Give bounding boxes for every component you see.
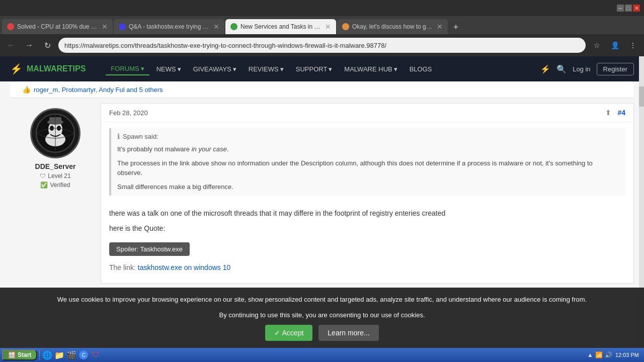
- taskbar-ie-icon[interactable]: 🌐: [42, 349, 53, 360]
- tab-1-label: Solved - CPU at 100% due to multip...: [17, 23, 99, 30]
- menu-button[interactable]: ⋮: [626, 38, 640, 52]
- back-button[interactable]: ←: [4, 38, 18, 52]
- taskbar-chrome-icon[interactable]: C: [78, 349, 89, 360]
- refresh-button[interactable]: ↻: [40, 38, 54, 52]
- notification-icon[interactable]: ⚡: [540, 64, 550, 74]
- tab-4-close[interactable]: ✕: [437, 23, 443, 31]
- quote-block: ℹ Spawn said: It's probably not malware …: [109, 128, 625, 196]
- minimize-btn[interactable]: ─: [617, 5, 624, 12]
- search-icon[interactable]: 🔍: [556, 64, 567, 74]
- system-icons: ▲ 📶 🔊: [587, 351, 612, 358]
- tab-3-favicon: [230, 23, 237, 30]
- taskbar-media-icon[interactable]: 🎬: [66, 349, 77, 360]
- author-level-badge: 🛡 Level 21: [40, 172, 70, 179]
- site-logo: ⚡ MALWARETIPS: [10, 63, 86, 75]
- quote-icon: ℹ: [117, 132, 120, 140]
- post-header: Feb 28, 2020 ⬆ #4: [101, 104, 633, 122]
- author-verified: Verified: [50, 182, 70, 189]
- avatar-image: [35, 113, 75, 153]
- reaction-text: roger_m, Protomartyr, Andy Ful and 5 oth…: [34, 86, 163, 94]
- cookie-text-2: By continuing to use this site, you are …: [10, 310, 634, 321]
- nav-malware-hub[interactable]: MALWARE HUB ▾: [339, 63, 402, 75]
- tab-2-close[interactable]: ✕: [213, 23, 219, 31]
- logo-text: MALWARETIPS: [27, 64, 86, 73]
- tab-3[interactable]: New Services and Tasks in Win 10 -... ✕: [225, 19, 336, 34]
- post-actions: ⬆ #4: [605, 109, 625, 117]
- share-button[interactable]: ⬆: [605, 109, 611, 117]
- taskbar-antivirus-icon[interactable]: 🛡: [90, 349, 101, 360]
- spoiler-button[interactable]: Spoiler: Taskhostw.exe: [109, 242, 190, 256]
- tab-bar: Solved - CPU at 100% due to multip... ✕ …: [0, 16, 644, 34]
- url-bar[interactable]: https://malwaretips.com/threads/taskhost…: [58, 38, 586, 53]
- taskbar-folder-icon[interactable]: 📁: [54, 349, 65, 360]
- tab-4[interactable]: Okay, let's discuss how to get rid of...…: [337, 19, 448, 34]
- taskbar: 🪟 Start 🌐 📁 🎬 C 🛡 ▲ 📶 🔊 12:03 PM: [0, 348, 644, 362]
- taskbar-right: ▲ 📶 🔊 12:03 PM: [587, 351, 642, 358]
- nav-forums[interactable]: FORUMS ▾: [106, 63, 149, 75]
- support-dropdown-icon: ▾: [329, 65, 332, 73]
- nav-blogs[interactable]: BLOGS: [405, 63, 437, 75]
- tab-4-favicon: [342, 23, 349, 30]
- reaction-users[interactable]: roger_m, Protomartyr, Andy Ful and 5 oth…: [34, 86, 163, 94]
- learn-more-button[interactable]: Learn more...: [318, 325, 378, 341]
- forums-dropdown-icon: ▾: [141, 65, 144, 72]
- reviews-dropdown-icon: ▾: [280, 65, 284, 73]
- post-link[interactable]: taskhostw.exe on windows 10: [138, 263, 230, 272]
- profile-button[interactable]: 👤: [608, 38, 622, 52]
- nav-support[interactable]: SUPPORT ▾: [291, 63, 338, 75]
- malware-hub-dropdown-icon: ▾: [394, 65, 397, 73]
- nav-actions: ⚡ 🔍 Log in Register: [540, 63, 634, 75]
- avatar: [30, 108, 80, 158]
- nav-support-label: SUPPORT: [296, 65, 328, 73]
- cookie-banner: We use cookies to improve your browsing …: [0, 288, 644, 348]
- maximize-btn[interactable]: □: [625, 5, 632, 12]
- address-bar: ← → ↻ https://malwaretips.com/threads/ta…: [0, 34, 644, 56]
- level-icon: 🛡: [40, 172, 46, 179]
- title-bar-controls: ─ □ ✕: [617, 5, 640, 12]
- nav-giveaways[interactable]: GIVEAWAYS ▾: [188, 63, 242, 75]
- site-nav: ⚡ MALWARETIPS FORUMS ▾ NEWS ▾ GIVEAWAYS …: [0, 56, 644, 81]
- new-tab-button[interactable]: +: [449, 20, 463, 34]
- tab-1[interactable]: Solved - CPU at 100% due to multip... ✕: [2, 19, 113, 34]
- quote-author: ℹ Spawn said:: [117, 132, 619, 140]
- logo-icon: ⚡: [10, 63, 23, 75]
- tab-2-favicon: [119, 23, 126, 30]
- cookie-buttons: ✓ Accept Learn more...: [10, 325, 634, 341]
- quote-author-name: Spawn said:: [123, 133, 158, 140]
- quote-line-2: The processes in the link above show no …: [117, 158, 619, 178]
- tab-1-favicon: [7, 23, 14, 30]
- expand-icon[interactable]: ▲: [587, 351, 593, 358]
- post-body-line-1: there was a talk on one of the microsoft…: [109, 208, 625, 219]
- avatar-column: DDE_Server 🛡 Level 21 ✅ Verified: [10, 103, 101, 284]
- cookie-text-1: We use cookies to improve your browsing …: [10, 295, 634, 305]
- post-main: Feb 28, 2020 ⬆ #4 ℹ Spawn said: It's pro…: [101, 103, 634, 284]
- start-button[interactable]: 🪟 Start: [2, 349, 37, 360]
- tab-3-close[interactable]: ✕: [325, 23, 331, 31]
- register-button[interactable]: Register: [597, 63, 634, 75]
- tab-4-label: Okay, let's discuss how to get rid of...: [352, 23, 434, 30]
- taskbar-separator: [39, 350, 40, 360]
- nav-reviews[interactable]: REVIEWS ▾: [244, 63, 289, 75]
- nav-giveaways-label: GIVEAWAYS: [193, 65, 231, 73]
- login-button[interactable]: Log in: [573, 65, 590, 73]
- tab-3-label: New Services and Tasks in Win 10 -...: [240, 23, 322, 30]
- author-username[interactable]: DDE_Server: [35, 162, 76, 170]
- bookmark-button[interactable]: ☆: [590, 38, 604, 52]
- post-body-line-2: here is the Quote:: [109, 223, 625, 234]
- nav-links: FORUMS ▾ NEWS ▾ GIVEAWAYS ▾ REVIEWS ▾ SU…: [106, 63, 437, 75]
- nav-malware-hub-label: MALWARE HUB: [344, 65, 392, 73]
- tab-2[interactable]: Q&A - taskhostw.exe trying to conn... ✕: [114, 19, 224, 34]
- post-wrapper: DDE_Server 🛡 Level 21 ✅ Verified Feb 28,…: [0, 98, 644, 289]
- nav-news-label: NEWS: [156, 65, 176, 73]
- scrollbar-thumb[interactable]: [639, 86, 644, 107]
- start-label: Start: [18, 351, 31, 358]
- accept-button[interactable]: ✓ Accept: [265, 325, 312, 341]
- close-btn[interactable]: ✕: [633, 5, 640, 12]
- sound-icon: 🔊: [605, 351, 612, 358]
- tab-1-close[interactable]: ✕: [102, 23, 108, 31]
- nav-news[interactable]: NEWS ▾: [151, 63, 186, 75]
- quote-line-3: Small differences make a big difference.: [117, 182, 619, 192]
- taskbar-time: 12:03 PM: [615, 352, 639, 358]
- post-body-line-3: The link: taskhostw.exe on windows 10: [109, 262, 625, 273]
- forward-button[interactable]: →: [22, 38, 36, 52]
